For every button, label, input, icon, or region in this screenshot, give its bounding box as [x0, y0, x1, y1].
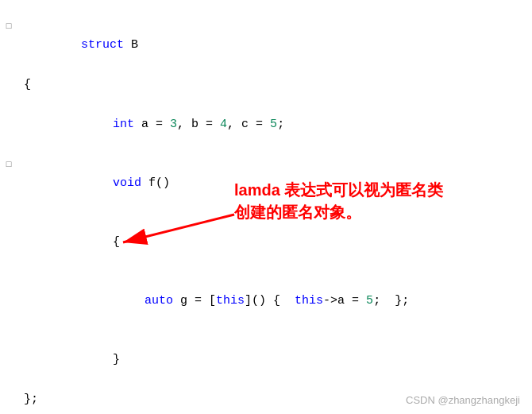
line-content-7: }: [17, 331, 120, 389]
watermark: CSDN @zhangzhangkeji: [406, 394, 520, 406]
line-content-9: [17, 411, 31, 414]
code-line-9: [0, 410, 532, 414]
code-line-7: }: [0, 331, 532, 389]
annotation-text: lamda 表达式可以视为匿名类创建的匿名对象。: [234, 179, 457, 223]
code-line-6: auto g = [this]() { this->a = 5; };: [0, 272, 532, 331]
line-content-4: void f(): [17, 155, 170, 212]
line-content-1: struct B: [17, 17, 138, 74]
annotation-label: lamda 表达式可以视为匿名类创建的匿名对象。: [234, 181, 443, 221]
line-content-3: int a = 3, b = 4, c = 5;: [17, 96, 284, 153]
line-content-6: auto g = [this]() { this->a = 5; };: [17, 273, 409, 330]
code-line-1: □ struct B: [0, 16, 532, 75]
fold-icon-4[interactable]: □: [6, 158, 12, 172]
keyword-struct: struct: [81, 38, 124, 52]
code-editor: □ struct B { int a = 3, b = 4, c = 5; □ …: [0, 0, 532, 414]
gutter-4: □: [0, 158, 17, 172]
code-line-2: {: [0, 75, 532, 95]
line-content-2: {: [17, 75, 31, 95]
gutter-1: □: [0, 20, 17, 34]
line-content-5: {: [17, 214, 120, 271]
fold-icon-1[interactable]: □: [6, 20, 12, 34]
code-line-3: int a = 3, b = 4, c = 5;: [0, 95, 532, 154]
line-content-8: };: [17, 390, 38, 409]
